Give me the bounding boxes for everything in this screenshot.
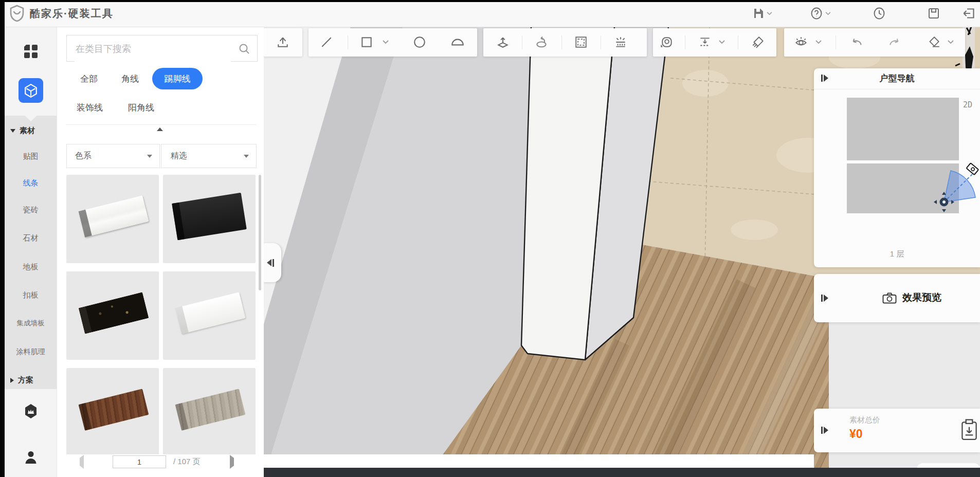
filter-color-select[interactable]: 色系	[66, 144, 160, 168]
rail-item-kouban[interactable]: 扣板	[5, 290, 57, 300]
camera-indicator[interactable]	[896, 161, 980, 218]
collapse-bar-icon	[273, 259, 274, 267]
product-black-gold-marble-skirting[interactable]	[66, 271, 159, 360]
search-icon[interactable]	[239, 43, 250, 54]
page-prev-button[interactable]	[80, 458, 84, 466]
vip-button[interactable]	[24, 404, 38, 418]
rail-item-tietu[interactable]: 贴图	[5, 152, 57, 161]
draw-arc-icon	[450, 35, 465, 49]
rail-item-jichengqiangban[interactable]: 集成墙板	[5, 319, 57, 328]
visibility-eye-icon	[794, 35, 808, 49]
draw-circle-button[interactable]	[409, 32, 430, 52]
page-next-button[interactable]	[230, 458, 234, 466]
tab-zhuangshixian[interactable]: 装饰线	[77, 102, 103, 114]
vip-crown-icon	[24, 404, 38, 418]
visibility-dropdown[interactable]	[815, 40, 822, 44]
caret-down-icon	[10, 129, 15, 133]
align-drop-dropdown[interactable]	[719, 40, 725, 44]
materials-tab-button[interactable]	[19, 78, 43, 103]
product-white-flat-skirting[interactable]	[163, 271, 256, 360]
pagination-bar: / 107 页	[57, 454, 264, 469]
help-icon	[810, 7, 823, 20]
help-button[interactable]	[810, 7, 831, 20]
page-number-input[interactable]	[113, 455, 166, 468]
redo-button[interactable]	[885, 32, 905, 52]
eraser-button[interactable]	[923, 32, 944, 52]
caret-down-icon	[244, 155, 249, 158]
rail-item-xiantiao[interactable]: 线条	[5, 178, 57, 188]
left-rail: 素材 贴图 线条 瓷砖 石材 地板 扣板 集成墙板 涂料肌理 方案	[0, 27, 57, 477]
plan-section-header[interactable]: 方案	[10, 375, 33, 385]
top-bar: 酷家乐·硬装工具	[0, 0, 980, 27]
lighting-button[interactable]	[610, 32, 631, 52]
product-black-flat-skirting[interactable]	[163, 175, 256, 263]
render-preview-panel: 效果预览	[814, 274, 980, 322]
preview-title[interactable]: 效果预览	[902, 291, 941, 304]
price-value: ¥0	[849, 427, 863, 441]
floor-label[interactable]: 1 层	[814, 249, 980, 259]
rail-item-shicai[interactable]: 石材	[5, 233, 57, 243]
rail-item-diban[interactable]: 地板	[5, 262, 57, 272]
eraser-icon	[927, 35, 940, 49]
upload-button[interactable]	[273, 32, 293, 52]
floorplan-navigator-panel: 户型导航 2D 1 层	[814, 68, 980, 267]
preview-collapse-button[interactable]	[821, 295, 828, 302]
tab-yangjiaoxian[interactable]: 阳角线	[128, 102, 154, 114]
caret-left-icon	[80, 455, 84, 469]
exit-button[interactable]	[963, 7, 975, 20]
window-edge-top	[0, 0, 980, 2]
toolbar-divider	[522, 35, 522, 49]
toolbar-divider	[601, 35, 601, 49]
history-button[interactable]	[873, 7, 885, 20]
publish-save-button[interactable]	[753, 7, 772, 20]
measure-tape-button[interactable]	[657, 32, 677, 52]
save-button[interactable]	[928, 7, 939, 20]
history-clock-icon	[873, 7, 885, 20]
mode-2d-toggle[interactable]: 2D	[963, 100, 972, 109]
filter-featured-label: 精选	[171, 151, 187, 161]
draw-circle-icon	[413, 35, 426, 49]
rail-item-tuliaojili[interactable]: 涂料肌理	[5, 347, 57, 357]
chevron-down-icon	[767, 12, 772, 15]
undo-button[interactable]	[846, 32, 866, 52]
draw-arc-button[interactable]	[447, 32, 468, 52]
draw-line-button[interactable]	[316, 32, 337, 52]
push-pull-button[interactable]	[493, 32, 513, 52]
price-collapse-button[interactable]	[821, 427, 828, 434]
save-icon	[928, 8, 939, 19]
account-button[interactable]	[24, 450, 38, 464]
paint-brush-button[interactable]	[748, 32, 768, 52]
material-section-label: 素材	[20, 126, 35, 136]
caret-up-icon	[157, 127, 163, 131]
product-walnut-wood-skirting[interactable]	[66, 368, 159, 456]
draw-rectangle-dropdown[interactable]	[383, 40, 389, 44]
rotate-button[interactable]	[531, 32, 552, 52]
product-grey-wood-skirting[interactable]	[163, 368, 256, 456]
tab-tijiaoxian-active[interactable]: 踢脚线	[152, 68, 203, 89]
catalog-scrollbar[interactable]	[259, 175, 261, 290]
product-white-molding-skirting[interactable]	[66, 175, 159, 263]
camera-preview-icon	[882, 292, 897, 304]
visibility-button[interactable]	[791, 32, 811, 52]
filter-featured-select[interactable]: 精选	[161, 144, 257, 168]
tab-jiaoxian[interactable]: 角线	[121, 73, 139, 85]
material-section-header[interactable]: 素材	[10, 126, 35, 136]
tab-all[interactable]: 全部	[80, 73, 98, 85]
upload-icon	[276, 35, 289, 49]
undo-icon	[849, 35, 863, 49]
app-title: 酷家乐·硬装工具	[30, 0, 114, 27]
floorplan-room-upper[interactable]	[847, 98, 959, 160]
export-list-button[interactable]	[960, 419, 978, 442]
exit-icon	[963, 8, 975, 19]
search-input[interactable]	[75, 35, 231, 62]
kujiale-logo-icon	[8, 5, 26, 22]
tabs-collapse-button[interactable]	[150, 127, 170, 136]
rail-item-cizhuan[interactable]: 瓷砖	[5, 205, 57, 215]
eraser-dropdown[interactable]	[948, 40, 954, 44]
apps-grid-button[interactable]	[24, 44, 38, 59]
marquee-select-button[interactable]	[571, 32, 591, 52]
toolbar-divider	[561, 35, 562, 49]
measure-tape-icon	[660, 35, 674, 49]
align-drop-button[interactable]	[695, 32, 715, 52]
draw-rectangle-button[interactable]	[356, 32, 377, 52]
